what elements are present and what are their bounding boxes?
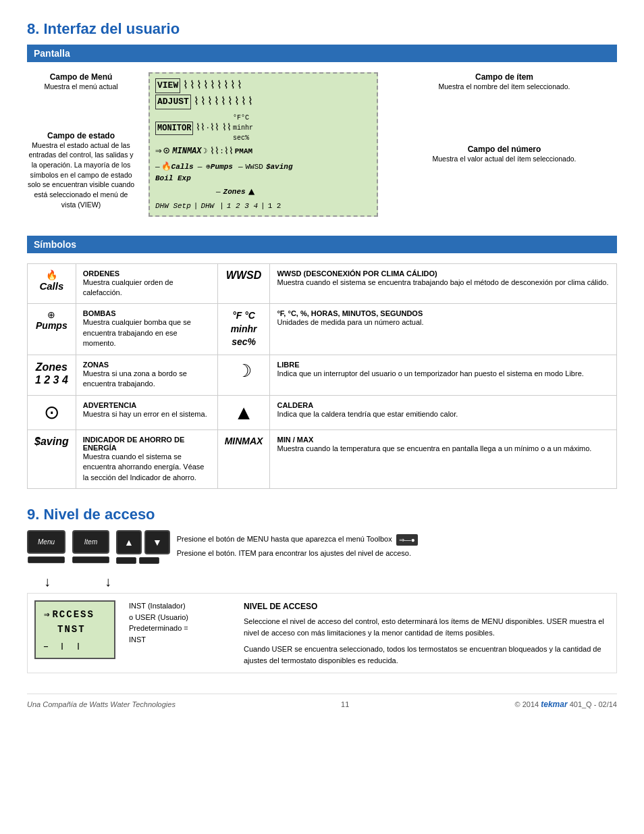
zones-icon-cell: Zones1 2 3 4 [28, 355, 76, 396]
libre-icon-cell: ☽ [217, 355, 270, 396]
wwsd-text-cell: WWSD (DESCONEXIÓN POR CLIMA CÁLIDO) Mues… [270, 263, 617, 304]
pantalla-diagram: Campo de Menú Muestra el menú actual Cam… [27, 72, 617, 222]
wwsd-desc: Muestra cuando el sistema se encuentra t… [277, 278, 610, 288]
units-desc: Unidades de medida para un número actual… [277, 317, 610, 328]
default-label: Predeterminado = [129, 623, 230, 634]
item-button-wrapper: Item [72, 530, 109, 563]
arrow-right-icon: ⇒ [44, 607, 49, 622]
footer-page: 11 [341, 700, 349, 708]
lcd-bottom-marks: — | | [44, 642, 106, 652]
inst-label: INST (Instalador) [129, 600, 230, 612]
saving-title: INDICADOR DE AHORRO DE ENERGÍA [83, 436, 211, 452]
libre-desc: Indica que un interruptor del usuario o … [277, 369, 610, 379]
footer-company: Una Compañía de Watts Water Technologies [27, 700, 176, 708]
units-icon: °F °Cminhrsec% [225, 309, 263, 349]
default-value: INST [129, 634, 230, 646]
item-button[interactable]: Item [72, 530, 109, 554]
calls-title: ORDENES [83, 269, 211, 278]
lcd-row-1: VIEW ⌇⌇⌇⌇⌇⌇⌇⌇⌇ [155, 78, 371, 94]
campo-numero-label: Campo del número Muestra el valor actual… [392, 145, 617, 164]
down-arrow-2: ↓ [105, 574, 111, 590]
arrow-base-1 [116, 557, 136, 564]
or-user-label: o USER (Usuario) [129, 612, 230, 623]
campo-menu-desc: Muestra el menú actual [27, 82, 135, 92]
pantalla-banner: Pantalla [27, 45, 617, 62]
warning-text-cell: ADVERTENCIA Muestra si hay un error en e… [76, 395, 217, 429]
campo-menu-label: Campo de Menú Muestra el menú actual [27, 72, 135, 92]
simbolos-row-4: ⊙ ADVERTENCIA Muestra si hay un error en… [28, 395, 617, 429]
simbolos-row-2: ⊕ Pumps BOMBAS Muestra cualquier bomba q… [28, 304, 617, 355]
wwsd-title: WWSD (DESCONEXIÓN POR CLIMA CÁLIDO) [277, 269, 610, 278]
zones-icon: Zones1 2 3 4 [34, 361, 69, 386]
minmax-desc: Muestra cuando la temperatura que se enc… [277, 444, 610, 454]
units-title: °F, °C, %, HORAS, MINUTOS, SEGUNDOS [277, 309, 610, 317]
menu-button[interactable]: Menu [27, 530, 65, 554]
calls-text-cell: ORDENES Muestra cualquier orden de calef… [76, 263, 217, 304]
down-arrows: ↓ ↓ [27, 574, 617, 590]
boiler-icon: ▲ [234, 401, 254, 423]
lcd-line2-row: TNST [57, 622, 106, 637]
libre-icon: ☽ [236, 361, 252, 381]
pumps-label: Pumps [36, 320, 68, 331]
boiler-title: CALDERA [277, 401, 610, 409]
lcd-area: VIEW ⌇⌇⌇⌇⌇⌇⌇⌇⌇ ADJUST ⌇⌇⌇⌇⌇⌇⌇⌇⌇ MONITOR … [149, 72, 378, 222]
boiler-text-cell: CALDERA Indica que la caldera tendría qu… [270, 395, 617, 429]
access-desc-text1: Seleccione el nivel de acceso del contro… [244, 616, 610, 638]
zones-desc: Muestra si una zona a bordo se encuentra… [83, 369, 211, 390]
arrow-buttons: ▲ ▼ [116, 530, 170, 554]
saving-icon-cell: $aving [28, 429, 76, 488]
up-arrow-icon: ▲ [124, 537, 134, 548]
calls-icon-cell: 🔥 Calls [28, 263, 76, 304]
pumps-text-cell: BOMBAS Muestra cualquier bomba que se en… [76, 304, 217, 355]
warning-title: ADVERTENCIA [83, 401, 211, 409]
footer-model: 401_Q - 02/14 [570, 700, 617, 708]
arrow-buttons-wrapper: ▲ ▼ [116, 530, 170, 564]
pumps-title: BOMBAS [83, 309, 211, 317]
lcd-row-6: Boil Exp [155, 173, 371, 184]
down-arrow-1: ↓ [44, 574, 51, 590]
item-button-label: Item [84, 538, 97, 546]
simbolos-row-3: Zones1 2 3 4 ZONAS Muestra si una zona a… [28, 355, 617, 396]
up-arrow-button[interactable]: ▲ [116, 530, 142, 554]
footer: Una Compañía de Watts Water Technologies… [27, 694, 617, 709]
toolbox-icon: ⇒—● [396, 534, 418, 546]
minmax-text-cell: MIN / MAX Muestra cuando la temperatura … [270, 429, 617, 488]
simbolos-table: 🔥 Calls ORDENES Muestra cualquier orden … [27, 263, 617, 490]
saving-text-cell: INDICADOR DE AHORRO DE ENERGÍA Muestra c… [76, 429, 217, 488]
item-button-base [72, 556, 109, 563]
right-labels: Campo de ítem Muestra el nombre del ítem… [392, 72, 617, 222]
calls-desc: Muestra cualquier orden de calefacción. [83, 278, 211, 298]
saving-desc: Muestra cuando el sistema se encuentra a… [83, 452, 211, 483]
units-text-cell: °F, °C, %, HORAS, MINUTOS, SEGUNDOS Unid… [270, 304, 617, 355]
lcd-line1: RCCESS [52, 607, 94, 622]
minmax-icon-cell: MINMAX [217, 429, 270, 488]
libre-title: LIBRE [277, 361, 610, 369]
footer-copyright: © 2014 [515, 700, 539, 708]
menu-button-label: Menu [38, 538, 55, 546]
libre-text-cell: LIBRE Indica que un interruptor del usua… [270, 355, 617, 396]
campo-estado-label: Campo de estado Muestra el estado actual… [27, 131, 135, 210]
warning-icon: ⊙ [44, 402, 59, 423]
boiler-desc: Indica que la caldera tendría que estar … [277, 409, 610, 419]
wwsd-icon: WWSD [226, 269, 261, 281]
pumps-icon-cell: ⊕ Pumps [28, 304, 76, 355]
campo-menu-title: Campo de Menú [27, 72, 135, 82]
footer-brand: tekmar [541, 700, 567, 709]
down-arrow-button[interactable]: ▼ [144, 530, 170, 554]
arrow-base-2 [139, 557, 159, 564]
section8-title: 8. Interfaz del usuario [27, 20, 617, 38]
arrow-bases [116, 557, 170, 564]
campo-estado-desc: Muestra el estado actual de las entradas… [27, 140, 135, 210]
lcd-row-5: — 🔥 Calls — ⊕ Pumps — WWSD $aving [155, 161, 371, 173]
lcd-display: VIEW ⌇⌇⌇⌇⌇⌇⌇⌇⌇ ADJUST ⌇⌇⌇⌇⌇⌇⌇⌇⌇ MONITOR … [149, 72, 378, 217]
access-desc-area: NIVEL DE ACCESO Seleccione el nivel de a… [244, 600, 610, 666]
zones-title: ZONAS [83, 361, 211, 369]
zones-text-cell: ZONAS Muestra si una zona a bordo se enc… [76, 355, 217, 396]
nivel-instruction-1: Presione el botón de MENU hasta que apar… [177, 533, 617, 546]
nivel-top-area: Menu Item ▲ ▼ Presione el botón de MENU … [27, 530, 617, 564]
down-arrow-icon: ▼ [153, 537, 162, 548]
menu-button-wrapper: Menu [27, 530, 65, 563]
lcd-row-8: DHW Setp | DHW | 1 2 3 4 | 1 2 [155, 201, 371, 212]
warning-desc: Muestra si hay un error en el sistema. [83, 409, 211, 419]
minmax-icon: MINMAX [225, 436, 263, 446]
